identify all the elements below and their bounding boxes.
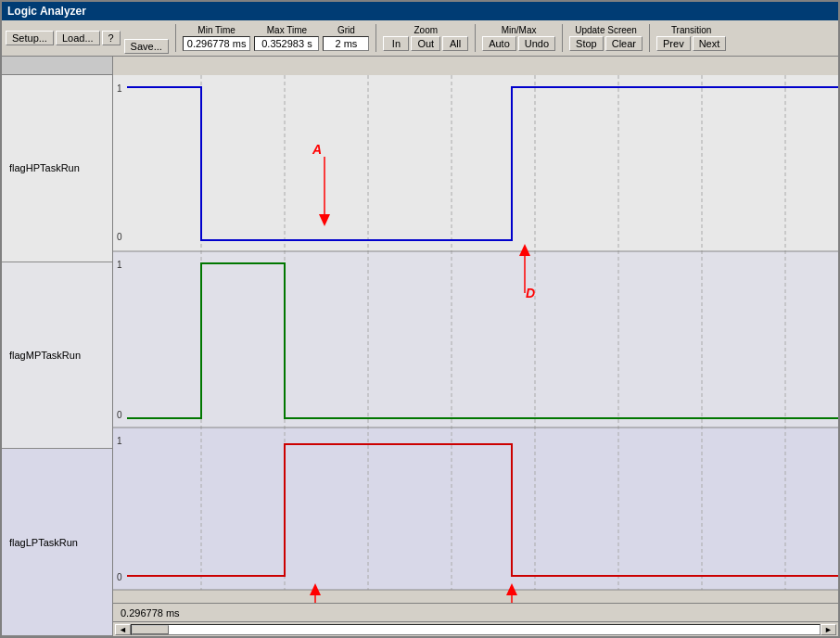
h-scrollbar[interactable]: ◄ ► xyxy=(113,621,838,636)
max-time-label: Max Time xyxy=(254,25,319,35)
minmax-label: Min/Max xyxy=(482,25,555,35)
min-time-label: Min Time xyxy=(183,25,251,35)
svg-rect-0 xyxy=(113,75,838,251)
divider2 xyxy=(375,24,376,52)
load-button[interactable]: Load... xyxy=(56,31,100,45)
scroll-right-button[interactable]: ► xyxy=(821,624,836,635)
file-buttons: Setup... Load... ? xyxy=(6,31,121,45)
scroll-left-button[interactable]: ◄ xyxy=(115,624,131,635)
signal-name-2: flagMPTaskRun xyxy=(9,350,81,361)
min-time-group: Min Time 0.296778 ms xyxy=(183,25,251,51)
minmax-auto-button[interactable]: Auto xyxy=(482,36,516,51)
zoom-all-button[interactable]: All xyxy=(442,36,468,51)
transition-buttons: Prev Next xyxy=(656,36,726,51)
transition-group: Transition Prev Next xyxy=(656,25,726,51)
update-buttons: Stop Clear xyxy=(569,36,643,51)
signal-name-3: flagLPTaskRun xyxy=(9,537,78,548)
status-bar: 0.296778 ms xyxy=(113,603,838,621)
signal-label-1: flagHPTaskRun xyxy=(2,75,112,262)
divider4 xyxy=(562,24,563,52)
signal-label-2: flagMPTaskRun xyxy=(2,262,112,450)
grid-label: Grid xyxy=(323,25,369,35)
max-time-value: 0.352983 s xyxy=(254,36,319,51)
svg-rect-3 xyxy=(113,57,838,75)
svg-text:0: 0 xyxy=(117,232,122,242)
minmax-buttons: Auto Undo xyxy=(482,36,555,51)
svg-text:A: A xyxy=(312,142,322,157)
svg-text:1: 1 xyxy=(117,436,122,446)
window-title: Logic Analyzer xyxy=(7,5,86,18)
update-group: Update Screen Stop Clear xyxy=(569,25,643,51)
save-group: Save... xyxy=(124,39,169,54)
zoom-buttons: In Out All xyxy=(383,36,468,51)
waveform-svg: 1 0 1 0 1 0 xyxy=(113,57,838,636)
toolbar: Setup... Load... ? Save... Min Time 0.29… xyxy=(2,20,838,57)
divider5 xyxy=(649,24,650,52)
transition-label: Transition xyxy=(656,25,726,35)
time-display: 0.296778 ms xyxy=(121,607,180,619)
zoom-label: Zoom xyxy=(383,25,468,35)
grid-value: 2 ms xyxy=(323,36,369,51)
min-time-value: 0.296778 ms xyxy=(183,36,251,51)
label-header xyxy=(2,57,112,75)
scrollbar-thumb[interactable] xyxy=(132,625,169,634)
max-time-group: Max Time 0.352983 s xyxy=(254,25,319,51)
transition-prev-button[interactable]: Prev xyxy=(656,36,691,51)
update-label: Update Screen xyxy=(569,25,643,35)
zoom-group: Zoom In Out All xyxy=(383,25,468,51)
update-clear-button[interactable]: Clear xyxy=(605,36,643,51)
svg-text:1: 1 xyxy=(117,83,122,94)
svg-text:1: 1 xyxy=(117,260,122,270)
zoom-out-button[interactable]: Out xyxy=(411,36,440,51)
transition-next-button[interactable]: Next xyxy=(693,36,727,51)
main-area: flagHPTaskRun flagMPTaskRun flagLPTaskRu… xyxy=(2,57,838,636)
help-button[interactable]: ? xyxy=(102,31,121,45)
save-button[interactable]: Save... xyxy=(124,39,169,54)
signal-label-3: flagLPTaskRun xyxy=(2,449,112,636)
svg-rect-2 xyxy=(113,427,838,590)
minmax-undo-button[interactable]: Undo xyxy=(518,36,555,51)
svg-rect-1 xyxy=(113,251,838,427)
signal-labels: flagHPTaskRun flagMPTaskRun flagLPTaskRu… xyxy=(2,57,113,636)
update-stop-button[interactable]: Stop xyxy=(569,36,604,51)
grid-group: Grid 2 ms xyxy=(323,25,369,51)
svg-text:0: 0 xyxy=(117,410,122,420)
divider3 xyxy=(475,24,476,52)
scrollbar-track[interactable] xyxy=(131,624,821,635)
svg-text:D: D xyxy=(526,286,535,300)
minmax-group: Min/Max Auto Undo xyxy=(482,25,555,51)
setup-button[interactable]: Setup... xyxy=(6,31,54,45)
svg-text:0: 0 xyxy=(117,572,122,582)
zoom-in-button[interactable]: In xyxy=(383,36,409,51)
signal-name-1: flagHPTaskRun xyxy=(9,162,80,173)
logic-analyzer-window: Logic Analyzer Setup... Load... ? Save..… xyxy=(0,0,840,638)
chart-area: 1 0 1 0 1 0 xyxy=(113,57,838,636)
title-bar: Logic Analyzer xyxy=(2,2,838,20)
divider1 xyxy=(175,24,176,52)
